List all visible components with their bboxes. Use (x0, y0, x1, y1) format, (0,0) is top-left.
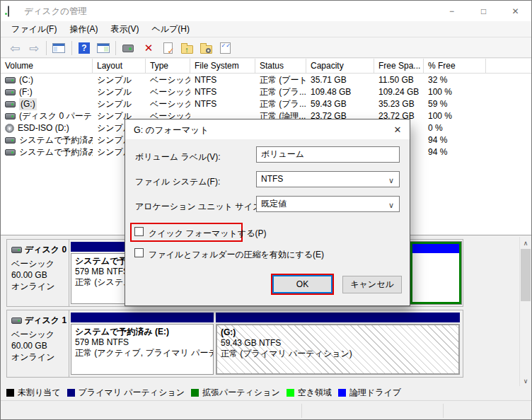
chevron-up-icon: ∧ (524, 240, 528, 247)
disk-icon (11, 247, 22, 253)
minimize-button[interactable]: − (436, 1, 468, 21)
toolbar: ⇦ ⇨ ? ✕ ✓ ↑ ✓✓ (1, 37, 531, 58)
header-blank (486, 59, 532, 74)
maximize-button[interactable]: □ (468, 1, 499, 21)
volume-label-label: ボリューム ラベル(V): (135, 151, 221, 163)
legend-item: 拡張パーティション (191, 387, 280, 399)
folder-up-button[interactable]: ↑ (178, 40, 195, 57)
partition-status: 正常 (プライマリ パーティション) (221, 349, 455, 359)
volume-name: システムで予約済み ... (19, 146, 93, 158)
cell-status: 正常 (ブート... (255, 74, 306, 86)
app-icon (8, 6, 9, 17)
action-pane-button[interactable] (95, 40, 112, 57)
cancel-label: キャンセル (350, 279, 393, 291)
partition-g-selected[interactable]: (G:) 59.43 GB NTFS 正常 (プライマリ パーティション) (216, 313, 460, 375)
menu-help[interactable]: ヘルプ(H) (145, 21, 196, 37)
partition-system-reserved-e[interactable]: システムで予約済み (E:) 579 MB NTFS 正常 (アクティブ, プラ… (71, 313, 214, 375)
file-system-select[interactable]: NTFS ∨ (256, 171, 400, 187)
cell-file-system: NTFS (190, 86, 255, 98)
primary-partition-swatch (67, 389, 75, 397)
task-list-button[interactable]: ✓✓ (216, 40, 233, 57)
disk-management-window: ディスクの管理 − □ ✕ ファイル(F) 操作(A) 表示(V) ヘルプ(H)… (0, 0, 532, 420)
delete-button[interactable]: ✕ (140, 40, 157, 57)
partition-system-reserved-disk0[interactable]: システムで予約 579 MB NTFS 正常 (システム (71, 242, 131, 304)
compression-checkbox[interactable] (134, 248, 144, 257)
drive-icon (5, 149, 16, 156)
cell-layout: シンプル (93, 98, 146, 110)
chevron-down-icon: ∨ (524, 378, 528, 385)
scroll-down-button[interactable]: ∨ (520, 375, 531, 387)
disk-status: オンライン (11, 281, 64, 292)
check-document-button[interactable]: ✓ (159, 40, 176, 57)
header-file-system[interactable]: File System (190, 59, 255, 74)
cell-file-system: NTFS (190, 74, 255, 86)
delete-icon: ✕ (144, 42, 154, 54)
header-volume[interactable]: Volume (1, 59, 93, 74)
forward-button[interactable]: ⇨ (25, 40, 42, 57)
scroll-up-button[interactable]: ∧ (520, 237, 531, 249)
disk-icon (11, 317, 22, 324)
volume-name: システムで予約済み (19, 134, 93, 146)
table-row[interactable]: (C:) シンプル ベーシック NTFS 正常 (ブート... 35.71 GB… (1, 74, 531, 86)
scrollbar-thumb[interactable] (521, 249, 531, 301)
console-tree-button[interactable] (50, 40, 67, 57)
cell-pct-free: 100 % (424, 110, 486, 122)
legend-bar: 未割り当て プライマリ パーティション 拡張パーティション 空き領域 論理ドライ… (1, 386, 531, 399)
header-pct-free[interactable]: % Free (424, 59, 486, 74)
menu-view[interactable]: 表示(V) (104, 21, 145, 37)
cell-status: 正常 (プラ... (255, 86, 306, 98)
vertical-scrollbar[interactable]: ∧ ∨ (519, 237, 531, 387)
header-free-space[interactable]: Free Spa... (374, 59, 424, 74)
disk1-label[interactable]: ディスク 1 ベーシック 60.00 GB オンライン (7, 310, 69, 377)
table-header: Volume Layout Type File System Status Ca… (1, 59, 531, 74)
close-icon: ✕ (394, 124, 402, 135)
legend-item: 空き領域 (287, 387, 332, 399)
ok-button[interactable]: OK (272, 275, 332, 293)
dialog-title: G: のフォーマット (134, 124, 209, 136)
legend-label: 拡張パーティション (202, 387, 280, 399)
volume-name: ESD-ISO (D:) (18, 122, 69, 134)
disk0-label[interactable]: ディスク 0 ベーシック 60.00 GB オンライン (7, 240, 69, 306)
partition-size: 579 MB NTFS (75, 337, 209, 348)
header-layout[interactable]: Layout (93, 59, 146, 74)
help-icon: ? (79, 42, 90, 54)
up-arrow-icon: ↑ (182, 46, 192, 53)
dialog-close-button[interactable]: ✕ (386, 119, 410, 139)
header-type[interactable]: Type (146, 59, 190, 74)
header-capacity[interactable]: Capacity (306, 59, 374, 74)
table-row-selected[interactable]: (G:) シンプル ベーシック NTFS 正常 (プラ... 59.43 GB … (1, 98, 531, 110)
display-tool-icon (122, 45, 134, 52)
folder-up-icon: ↑ (181, 45, 193, 54)
menu-action[interactable]: 操作(A) (63, 21, 104, 37)
properties-tool-button[interactable] (120, 40, 137, 57)
legend-label: 空き領域 (298, 387, 332, 399)
quick-format-checkbox[interactable] (134, 227, 144, 236)
ok-highlight-box: OK (271, 274, 334, 295)
table-row[interactable]: (F:) シンプル ベーシック NTFS 正常 (プラ... 109.48 GB… (1, 86, 531, 98)
file-system-label: ファイル システム(F): (135, 176, 220, 188)
check-document-icon: ✓ (163, 42, 173, 54)
help-button[interactable]: ? (76, 40, 93, 57)
legend-item: 論理ドライブ (338, 387, 401, 399)
back-button[interactable]: ⇦ (6, 40, 23, 57)
close-button[interactable]: ✕ (499, 1, 531, 21)
cancel-button[interactable]: キャンセル (342, 276, 402, 293)
menu-file[interactable]: ファイル(F) (5, 21, 63, 37)
allocation-unit-label: アロケーション ユニット サイズ(A): (135, 201, 275, 213)
disk-name: ディスク 1 (25, 315, 66, 326)
unallocated-swatch (6, 389, 14, 397)
allocation-unit-select[interactable]: 既定値 ∨ (256, 196, 400, 212)
disk-kind: ベーシック (11, 258, 64, 269)
extended-partition-disk0[interactable] (410, 242, 461, 304)
cell-type: ベーシック (146, 98, 190, 110)
folder-search-button[interactable] (197, 40, 214, 57)
toolbar-separator (46, 41, 47, 55)
volume-label-input[interactable]: ボリューム (256, 146, 400, 163)
cell-pct-free: 94 % (424, 146, 486, 158)
cell-file-system: NTFS (190, 98, 255, 110)
volume-name: (ディスク 0 パーティシ... (19, 110, 93, 122)
file-system-value: NTFS (261, 174, 283, 184)
header-status[interactable]: Status (255, 59, 306, 74)
toolbar-separator (115, 41, 116, 55)
volume-name: (C:) (19, 74, 33, 86)
